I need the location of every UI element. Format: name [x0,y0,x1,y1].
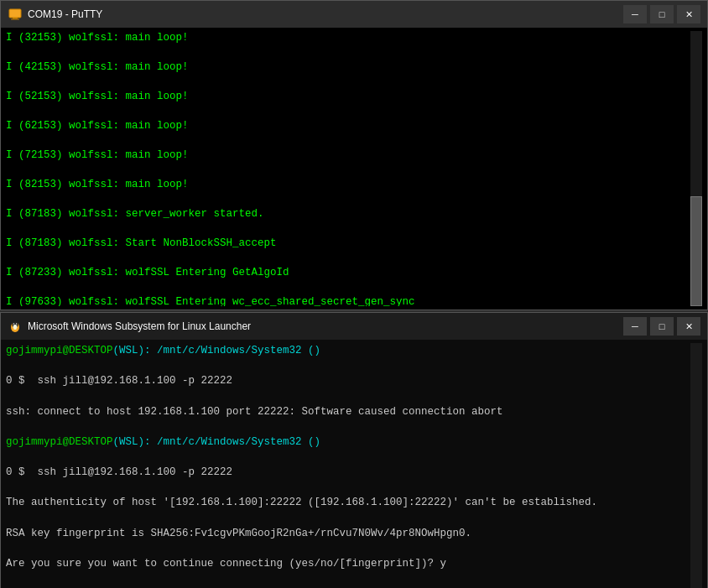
svg-rect-1 [13,18,18,19]
putty-maximize-btn[interactable]: □ [650,5,674,23]
wsl-controls: ─ □ ✕ [623,317,700,336]
putty-controls: ─ □ ✕ [623,5,700,23]
svg-point-5 [13,325,18,330]
wsl-terminal[interactable]: gojimmypi@DESKTOP(WSL): /mnt/c/Windows/S… [1,340,707,588]
wsl-scrollbar[interactable] [690,343,702,588]
wsl-titlebar: Microsoft Windows Subsystem for Linux La… [1,313,707,340]
wsl-output: gojimmypi@DESKTOP(WSL): /mnt/c/Windows/S… [6,343,690,588]
wsl-title: Microsoft Windows Subsystem for Linux La… [28,320,623,332]
putty-close-btn[interactable]: ✕ [677,5,700,23]
svg-point-6 [13,323,14,324]
wsl-minimize-btn[interactable]: ─ [623,317,647,336]
putty-scrollbar-thumb[interactable] [690,196,702,306]
putty-titlebar: COM19 - PuTTY ─ □ ✕ [1,1,707,28]
wsl-icon [8,319,23,334]
svg-point-7 [16,323,17,324]
putty-icon [8,7,23,22]
putty-scrollbar[interactable] [690,31,702,306]
putty-title: COM19 - PuTTY [28,8,623,20]
svg-rect-2 [11,19,19,20]
putty-window: COM19 - PuTTY ─ □ ✕ I (32153) wolfssl: m… [0,0,708,310]
putty-terminal[interactable]: I (32153) wolfssl: main loop! I (42153) … [1,28,707,310]
putty-output: I (32153) wolfssl: main loop! I (42153) … [6,31,690,306]
wsl-close-btn[interactable]: ✕ [677,317,700,336]
wsl-maximize-btn[interactable]: □ [650,317,674,336]
wsl-window: Microsoft Windows Subsystem for Linux La… [0,312,708,588]
putty-minimize-btn[interactable]: ─ [623,5,647,23]
svg-rect-0 [9,9,21,18]
